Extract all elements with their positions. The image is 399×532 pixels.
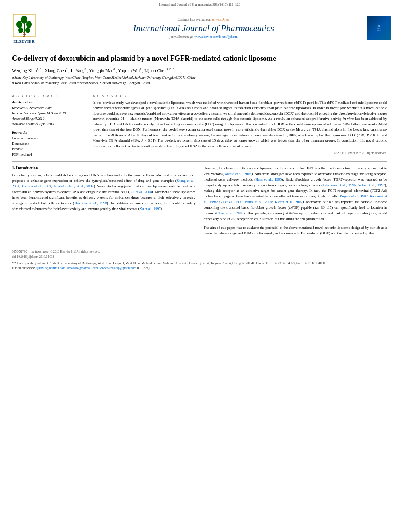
intro-right-text-2: The aim of this paper was to evaluate th… bbox=[204, 225, 387, 236]
homepage-link[interactable]: www.elsevier.com/locate/ijpharm bbox=[194, 35, 237, 39]
page-footer: 0378-5173/$ – see front matter © 2010 El… bbox=[0, 246, 399, 274]
footnote-corresponding: * * Corresponding author at: State Key L… bbox=[12, 261, 387, 266]
svg-point-4 bbox=[26, 21, 32, 28]
affiliation-b: b West China School of Pharmacy, West Ch… bbox=[12, 80, 387, 86]
article-info-abstract: A R T I C L E I N F O Article history: R… bbox=[12, 90, 387, 158]
body-two-col: 1. Introduction Co-delivery system, whic… bbox=[12, 166, 387, 239]
affiliation-a: a State Key Laboratory of Biotherapy, We… bbox=[12, 75, 387, 80]
authors-line: Wenjing Xiaoa, b , Xiang Chena , Li Yang… bbox=[12, 67, 387, 73]
ref-kleeff-2002[interactable]: Kleeff et al., 2002 bbox=[275, 200, 302, 204]
ref-xu-1997[interactable]: Xu et al., 1997 bbox=[139, 207, 160, 211]
svg-point-3 bbox=[16, 21, 22, 28]
author-6: , Lijuan Chen bbox=[142, 68, 167, 73]
ref-nakase-2005[interactable]: Nakase et al., 2005 bbox=[224, 172, 251, 176]
elsevier-brand-text: ELSEVIER bbox=[13, 39, 35, 43]
ref-liu-2004[interactable]: Liu et al., 2004 bbox=[130, 190, 152, 194]
journal-citation: International Journal of Pharmaceutics 3… bbox=[0, 0, 399, 8]
journal-title-block: Contents lists available at ScienceDirec… bbox=[44, 18, 363, 39]
citation-text: International Journal of Pharmaceutics 3… bbox=[159, 2, 241, 6]
issn-text: 0378-5173/$ – see front matter © 2010 El… bbox=[12, 250, 100, 253]
ref-thurston-1998[interactable]: Thurston et al., 1998 bbox=[74, 201, 107, 205]
svg-point-6 bbox=[25, 27, 30, 33]
author-2: , Xiang Chen bbox=[42, 68, 66, 73]
keyword-2: Doxorubicin bbox=[12, 141, 78, 147]
journal-homepage: journal homepage: www.elsevier.com/locat… bbox=[44, 35, 363, 39]
article-title: Co-delivery of doxorubicin and plasmid b… bbox=[12, 54, 387, 63]
journal-thumbnail: IJP ■■■ ■■■ bbox=[367, 16, 391, 40]
footer-top: 0378-5173/$ – see front matter © 2010 El… bbox=[12, 250, 387, 253]
intro-right-text-1: However, the obstacle of the cationic li… bbox=[204, 166, 387, 222]
article-info-section: A R T I C L E I N F O Article history: R… bbox=[12, 94, 84, 158]
article-dates: Received 21 September 2009 Received in r… bbox=[12, 105, 78, 127]
article-history-label: Article history: bbox=[12, 100, 78, 104]
affiliations: a State Key Laboratory of Biotherapy, We… bbox=[12, 75, 387, 86]
ref-rogers-1997[interactable]: Rogers et al., 1997 bbox=[340, 194, 368, 198]
section-divider bbox=[12, 161, 387, 162]
intro-left-text: Co-delivery system, which could deliver … bbox=[12, 173, 195, 212]
journal-thumb-content: IJP ■■■ ■■■ bbox=[376, 23, 382, 33]
author-4: , Yongqiu Mao bbox=[87, 68, 113, 73]
revised-date: Received in revised form 14 April 2010 bbox=[12, 111, 78, 116]
keyword-4: FGF-mediated bbox=[12, 152, 78, 158]
ref-takanami-1996[interactable]: Takanami et al., 1996 bbox=[323, 183, 356, 187]
sciencedirect-link[interactable]: ScienceDirect bbox=[212, 18, 230, 21]
svg-point-7 bbox=[23, 32, 25, 33]
available-date: Available online 21 April 2010 bbox=[12, 121, 78, 127]
footnote-email: E-mail addresses: lijuan17@hotmail.com, … bbox=[12, 266, 387, 271]
contents-line: Contents lists available at ScienceDirec… bbox=[44, 18, 363, 21]
keywords-label: Keywords: bbox=[12, 130, 78, 134]
ref-volm-1997[interactable]: Volm et al., 1997 bbox=[358, 183, 385, 187]
ref-kishida-2003[interactable]: Kishida et al., 2003 bbox=[22, 184, 51, 188]
journal-header: ELSEVIER Contents lists available at Sci… bbox=[0, 8, 399, 47]
journal-title: International Journal of Pharmaceutics bbox=[44, 23, 363, 33]
elsevier-logo: ELSEVIER bbox=[8, 12, 40, 43]
email-link-2[interactable]: www.satellitely@gmail.com bbox=[99, 266, 136, 270]
email-link-1[interactable]: lijuan17@hotmail.com, abbyniao@hotmail.c… bbox=[36, 266, 99, 270]
ref-hara-1995[interactable]: Hara et al., 1995 bbox=[255, 177, 282, 181]
author-1: Wenjing Xiao bbox=[12, 68, 37, 73]
received-date: Received 21 September 2009 bbox=[12, 105, 78, 111]
intro-title: 1. Introduction bbox=[12, 166, 195, 170]
doi-text: doi:10.1016/j.ijpharm.2010.04.018 bbox=[12, 255, 387, 259]
ref-printz-2000[interactable]: Printz et al., 2000 bbox=[245, 200, 272, 204]
copyright-notice: © 2010 Elsevier B.V. All rights reserved… bbox=[93, 151, 387, 155]
main-content: Co-delivery of doxorubicin and plasmid b… bbox=[0, 47, 399, 246]
ref-gu-1999[interactable]: Gu et al., 1999 bbox=[219, 200, 243, 204]
keyword-1: Cationic liposomes bbox=[12, 136, 78, 141]
svg-point-5 bbox=[18, 27, 23, 33]
body-col-right: However, the obstacle of the cationic li… bbox=[204, 166, 387, 239]
ref-chen-2010[interactable]: Chen et al., 2010 bbox=[216, 211, 243, 215]
elsevier-logo-icon bbox=[11, 12, 37, 39]
body-col-left: 1. Introduction Co-delivery system, whic… bbox=[12, 166, 195, 239]
abstract-text: In our previous study, we developed a no… bbox=[93, 100, 387, 149]
footnote-block: * * Corresponding author at: State Key L… bbox=[12, 261, 387, 271]
abstract-section: A B S T R A C T In our previous study, w… bbox=[93, 94, 387, 158]
svg-point-2 bbox=[21, 16, 27, 24]
article-info-header: A R T I C L E I N F O bbox=[12, 94, 78, 98]
abstract-header: A B S T R A C T bbox=[93, 94, 387, 98]
keyword-3: Plasmid bbox=[12, 146, 78, 152]
accepted-date: Accepted 15 April 2010 bbox=[12, 116, 78, 122]
page: International Journal of Pharmaceutics 3… bbox=[0, 0, 399, 532]
author-5: , Yuquan Wei bbox=[116, 68, 140, 73]
ref-janat-2004[interactable]: Janát-Amsbury et al., 2004 bbox=[53, 184, 94, 188]
author-3: , Li Yang bbox=[68, 68, 84, 73]
keywords-list: Cationic liposomes Doxorubicin Plasmid F… bbox=[12, 136, 78, 157]
